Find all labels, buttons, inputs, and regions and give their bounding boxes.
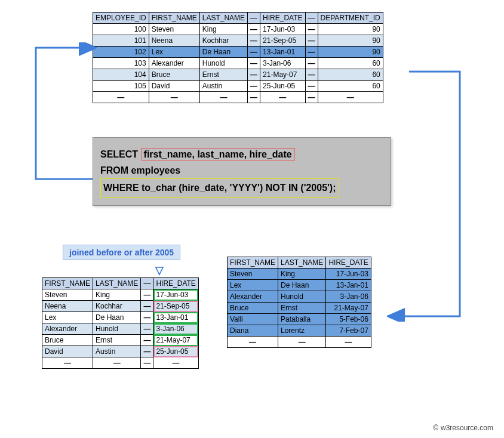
sql-where-line: WHERE to_char (hire_date, 'YYYY') NOT IN… bbox=[100, 178, 383, 197]
sql-where-clause: WHERE to_char (hire_date, 'YYYY') NOT IN… bbox=[100, 178, 339, 197]
sql-select-keyword: SELECT bbox=[100, 149, 138, 159]
joined-label: joined before or after 2005 bbox=[63, 245, 180, 260]
result-table: FIRST_NAMELAST_NAMEHIRE_DATEStevenKing17… bbox=[227, 257, 371, 348]
employees-table: EMPLOYEE_IDFIRST_NAMELAST_NAME—HIRE_DATE… bbox=[93, 12, 383, 103]
credit-text: w3resource.com bbox=[433, 424, 493, 432]
sql-query-box: SELECT first_name, last_name, hire_date … bbox=[93, 137, 391, 206]
intermediate-table: FIRST_NAMELAST_NAME—HIRE_DATEStevenKing—… bbox=[42, 277, 199, 369]
sql-select-line: SELECT first_name, last_name, hire_date bbox=[100, 146, 383, 162]
sql-from-line: FROM employees bbox=[100, 162, 383, 178]
sql-columns: first_name, last_name, hire_date bbox=[141, 148, 295, 161]
down-chevron-icon: ▽ bbox=[155, 264, 164, 277]
